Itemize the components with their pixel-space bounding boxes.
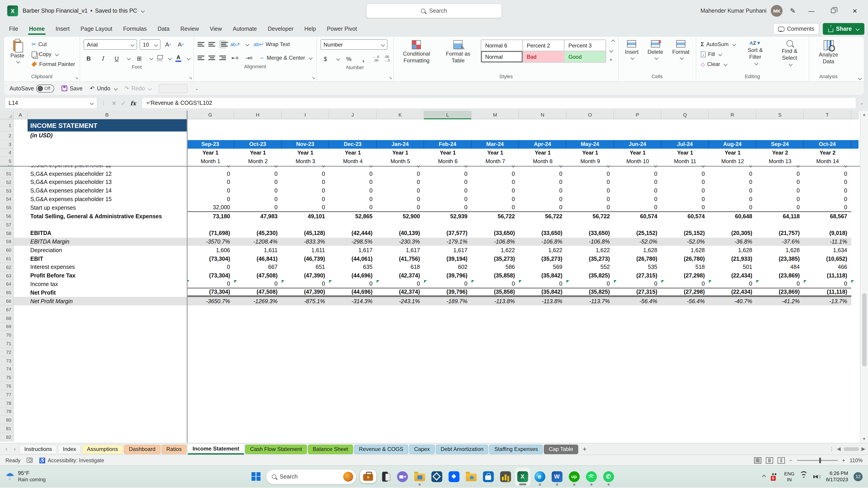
cell[interactable]: 0 [804,178,851,187]
column-header-R[interactable]: R [709,111,756,119]
cell[interactable] [329,314,377,322]
cell[interactable] [13,178,28,187]
cell[interactable] [28,157,187,166]
format-painter-button[interactable]: Format Painter [31,60,76,68]
cell[interactable]: (10,652) [804,254,851,263]
cell[interactable]: (11,118) [804,289,851,297]
cell[interactable]: 667 [234,263,282,271]
sheet-nav-right-icon[interactable]: › [11,446,19,452]
cell[interactable]: -3570.7% [187,237,234,246]
page-layout-view-button[interactable] [766,457,773,463]
row-number[interactable]: 67 [0,305,13,314]
cell[interactable]: 0 [804,280,851,289]
cell[interactable] [471,382,519,390]
start-button[interactable] [252,472,260,481]
cell[interactable]: (73,304) [187,254,234,263]
cell[interactable]: (40,139) [377,229,424,238]
header-cell[interactable]: Year 2 [756,149,804,157]
cell[interactable] [709,416,756,424]
cell[interactable]: -52.0% [614,237,661,246]
cell[interactable] [614,119,661,131]
cell[interactable]: 0 [614,178,661,187]
header-cell[interactable]: Aug-24 [709,140,756,149]
cell[interactable]: 651 [282,263,329,271]
taskbar-app-phone-link[interactable] [377,467,393,486]
cell[interactable]: 56,722 [471,212,519,221]
copy-button[interactable]: Copy [31,50,76,58]
style-percent-2[interactable]: Percent 2 [523,40,564,51]
excel-app-icon[interactable]: X [7,5,18,16]
cell[interactable] [234,339,282,348]
cell[interactable] [282,424,329,433]
sheet-nav-left-icon[interactable]: ‹ [3,446,10,452]
cell[interactable] [13,169,28,178]
cell[interactable]: 466 [804,263,851,271]
cell[interactable] [614,365,661,373]
minimize-button[interactable]: — [803,3,820,19]
cell[interactable] [709,348,756,357]
cell[interactable] [519,373,566,382]
styles-more-icon[interactable]: ▾ [610,58,615,62]
cell[interactable] [804,348,851,357]
cell[interactable] [566,382,614,390]
header-cell[interactable]: Jun-24 [614,140,661,149]
cell[interactable] [804,382,851,390]
cell[interactable] [661,390,709,399]
cell[interactable]: 0 [709,187,756,195]
cell[interactable]: -11.1% [804,237,851,246]
wrap-text-button[interactable]: ab↩Wrap Text [253,40,291,48]
font-color-chevron-icon[interactable] [187,57,191,60]
cell[interactable] [614,416,661,424]
cell[interactable] [519,365,566,373]
cell[interactable] [566,356,614,365]
cell[interactable] [28,348,187,357]
cell[interactable]: 56,722 [519,212,566,221]
row-number[interactable]: 76 [0,382,13,390]
cell[interactable] [661,339,709,348]
cell[interactable]: 1,622 [471,246,519,255]
row-label[interactable]: S,G&A expenses placeholder 12 [28,169,187,178]
cell[interactable] [187,339,234,348]
cell[interactable] [377,305,424,314]
avatar[interactable]: MK [771,5,783,17]
cell[interactable] [519,433,566,442]
cell[interactable]: -230.3% [377,237,424,246]
row-number[interactable]: 56 [0,212,13,221]
row-label[interactable]: EBIT [28,254,187,263]
style-normal[interactable]: Normal [481,51,523,62]
underline-chevron-icon[interactable] [127,57,131,60]
cell[interactable]: 0 [519,169,566,178]
row-label[interactable]: Net Profit [28,289,187,297]
accounting-chevron-icon[interactable] [336,57,340,61]
cell[interactable] [282,433,329,442]
column-header-N[interactable]: N [519,111,566,119]
cell[interactable] [661,433,709,442]
column-header-T[interactable]: T [804,111,851,119]
cell[interactable] [471,221,519,229]
cell[interactable]: -113.8% [471,297,519,305]
cell[interactable] [661,322,709,331]
row-number[interactable]: 66 [0,297,13,305]
taskbar-app-edge[interactable]: e [532,467,548,486]
cell[interactable]: 0 [709,169,756,178]
find-select-button[interactable]: Find & Select [774,39,805,66]
cell[interactable] [377,348,424,357]
cell[interactable] [234,399,282,408]
cell[interactable] [709,382,756,390]
cell[interactable] [13,221,28,229]
cell[interactable] [282,373,329,382]
cell[interactable] [566,424,614,433]
column-header-Q[interactable]: Q [661,111,709,119]
cell[interactable]: 0 [756,187,804,195]
row-number[interactable]: 77 [0,390,13,399]
align-left-button[interactable] [197,56,204,60]
sheet-tab-balance-sheet[interactable]: Balance Sheet [308,445,353,454]
vertical-scrollbar[interactable]: ▲ ▼ [860,111,868,443]
cell[interactable] [13,297,28,305]
cell[interactable]: 0 [756,280,804,289]
cell[interactable] [377,433,424,442]
increase-decimal-button[interactable]: ←.0.00 [373,55,379,63]
row-number[interactable]: 79 [0,408,13,416]
cell[interactable]: (35,858) [471,271,519,280]
cell[interactable] [471,373,519,382]
